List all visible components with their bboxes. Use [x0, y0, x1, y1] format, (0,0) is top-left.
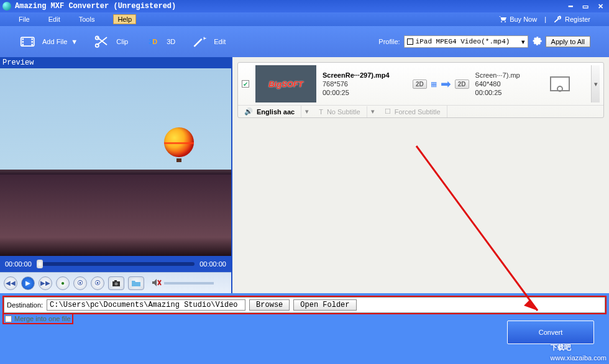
dest-duration: 00:00:25	[475, 89, 544, 96]
add-file-button[interactable]: Add File ▼	[19, 33, 78, 50]
speaker-mute-icon	[152, 278, 162, 287]
audio-label: English aac	[257, 108, 295, 116]
watermark-text: 下载吧	[551, 344, 571, 351]
folder-icon	[131, 280, 141, 287]
mute-button[interactable]	[152, 278, 162, 288]
time-current: 00:00:00	[5, 260, 32, 268]
browse-button[interactable]: Browse	[249, 299, 290, 311]
source-resolution: 768*576	[323, 80, 406, 88]
file-checkbox[interactable]: ✔	[242, 80, 249, 88]
forced-subtitle-label: Forced Subtitle	[395, 108, 441, 116]
subtitle-select[interactable]: T No Subtitle	[313, 106, 367, 117]
arrow-icon: ➡	[441, 76, 451, 91]
buy-now-link[interactable]: Buy Now	[498, 16, 537, 23]
profile-value: iPad MPEG4 Video(*.mp4)	[416, 38, 519, 45]
dest-resolution: 640*480	[475, 80, 544, 88]
profile-select[interactable]: iPad MPEG4 Video(*.mp4) ▾	[404, 35, 528, 48]
device-icon	[407, 39, 413, 45]
profile-label: Profile:	[378, 38, 400, 45]
dest-filename: Screen···7).mp	[475, 71, 544, 79]
merge-checkbox[interactable]	[5, 316, 12, 322]
volume-slider[interactable]	[164, 282, 214, 284]
clip-button[interactable]: Clip	[93, 33, 128, 50]
dropdown-icon: ▼	[71, 38, 78, 45]
player-controls: ◀◀ ▶ ▶▶ ● ⦿ ⦿	[0, 272, 231, 293]
edit-label: Edit	[214, 38, 226, 45]
stop-button[interactable]: ●	[56, 276, 70, 290]
scissors-icon	[93, 33, 112, 50]
edit-button[interactable]: Edit	[190, 33, 226, 50]
close-button[interactable]: ✕	[594, 2, 607, 11]
audio-track-select[interactable]: 🔊 English aac	[238, 106, 301, 117]
svg-rect-3	[22, 44, 24, 46]
speaker-icon: 🔊	[244, 107, 253, 116]
menu-file[interactable]: File	[19, 16, 30, 23]
settings-button[interactable]	[532, 37, 542, 47]
svg-rect-4	[31, 39, 33, 40]
file-item: ✔ BigSOFT ScreenRe···297).mp4 768*576 00…	[237, 62, 604, 118]
register-label: Register	[565, 16, 590, 23]
thumb-logo: BigSOFT	[268, 80, 303, 89]
src-2d-badge[interactable]: 2D	[413, 80, 427, 89]
step-back-button[interactable]: ⦿	[73, 276, 87, 290]
source-duration: 00:00:25	[323, 89, 406, 96]
register-link[interactable]: Register	[554, 16, 590, 23]
balloon-graphic	[164, 127, 194, 157]
step-fwd-button[interactable]: ⦿	[91, 276, 104, 290]
prev-button[interactable]: ◀◀	[4, 276, 17, 290]
item-menu-button[interactable]: ▾	[591, 65, 600, 102]
menu-edit[interactable]: Edit	[48, 16, 60, 23]
destination-input[interactable]	[47, 299, 245, 311]
svg-rect-6	[31, 44, 33, 46]
camera-icon	[112, 280, 121, 287]
destination-label: Destination:	[7, 301, 43, 309]
svg-point-10	[115, 282, 118, 285]
grid-icon: ▦	[431, 80, 437, 88]
cart-icon	[498, 16, 507, 23]
text-icon: T	[319, 108, 323, 116]
convert-label: Convert	[539, 329, 563, 336]
key-icon	[554, 16, 562, 23]
snapshot-button[interactable]	[108, 276, 124, 290]
file-list: ✔ BigSOFT ScreenRe···297).mp4 768*576 00…	[231, 57, 609, 293]
film-icon	[19, 33, 39, 50]
seek-track[interactable]	[37, 262, 195, 266]
svg-rect-1	[22, 39, 24, 40]
apply-to-all-button[interactable]: Apply to All	[546, 36, 590, 47]
convert-button[interactable]: Convert	[507, 321, 594, 344]
merge-option[interactable]: Merge into one file	[4, 314, 72, 323]
menu-bar: File Edit Tools Help Buy Now | Register	[0, 12, 609, 26]
maximize-button[interactable]: ▭	[579, 2, 592, 11]
3d-label: 3D	[167, 38, 175, 45]
play-button[interactable]: ▶	[21, 276, 35, 290]
open-folder-button[interactable]: Open Folder	[293, 299, 356, 311]
audio-dropdown-icon[interactable]: ▾	[301, 107, 313, 116]
subtitle-dropdown-icon[interactable]: ▾	[367, 107, 378, 116]
folder-button[interactable]	[128, 276, 144, 290]
subtitle-label: No Subtitle	[327, 108, 360, 116]
wand-icon	[190, 33, 210, 50]
dst-2d-badge[interactable]: 2D	[455, 80, 469, 89]
menu-help[interactable]: Help	[113, 14, 136, 24]
menu-tools[interactable]: Tools	[79, 16, 95, 23]
timeline[interactable]: 00:00:00 00:00:00	[0, 256, 231, 272]
checkbox-icon: ☐	[385, 107, 391, 116]
3d-icon: 3D	[143, 33, 163, 50]
seek-thumb[interactable]	[37, 260, 43, 268]
svg-rect-11	[114, 280, 117, 281]
next-button[interactable]: ▶▶	[39, 276, 52, 290]
watermark-url: www.xiazaiba.com	[551, 354, 607, 362]
preview-label: Preview	[0, 57, 231, 68]
svg-rect-5	[31, 41, 33, 43]
add-file-label: Add File	[42, 38, 67, 45]
destination-bar: Destination: Browse Open Folder	[4, 297, 605, 313]
svg-point-8	[96, 44, 99, 47]
forced-subtitle-toggle[interactable]: ☐ Forced Subtitle	[378, 106, 447, 117]
window-title: Amazing MXF Converter (Unregistered)	[15, 2, 176, 11]
app-icon	[2, 2, 11, 11]
preview-panel: Preview 00:00:00 00:00:00 ◀◀ ▶ ▶▶ ● ⦿ ⦿	[0, 57, 231, 293]
minimize-button[interactable]: ━	[564, 2, 577, 11]
3d-button[interactable]: 3D 3D	[143, 33, 175, 50]
buy-now-label: Buy Now	[510, 16, 537, 23]
preview-image	[0, 68, 231, 256]
